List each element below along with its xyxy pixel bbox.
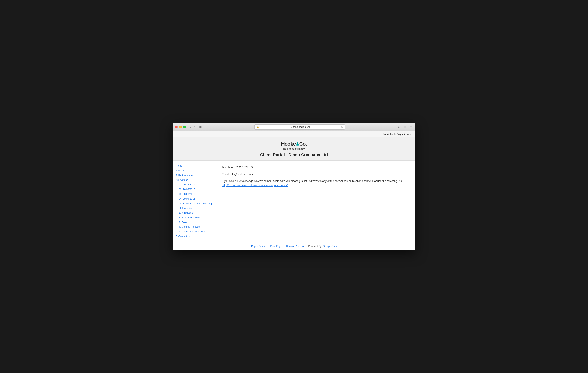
sidebar: Home 1. Plans 2. Performance ▾ 3. Action…: [173, 161, 214, 242]
minimize-button[interactable]: [179, 126, 182, 128]
body-paragraph: If you would like to change how we commu…: [222, 179, 408, 187]
body-text: If you would like to change how we commu…: [222, 180, 403, 182]
sidebar-item-fees[interactable]: 3. Fees: [176, 220, 214, 225]
sidebar-item-actions[interactable]: 3. Actions: [177, 178, 188, 182]
sidebar-item-home[interactable]: Home: [176, 163, 214, 168]
back-button[interactable]: ‹: [189, 125, 192, 129]
address-bar[interactable]: 🔒 sites.google.com ↻: [254, 124, 346, 130]
share-button[interactable]: ⇫: [396, 125, 401, 129]
main-layout: Home 1. Plans 2. Performance ▾ 3. Action…: [173, 161, 415, 242]
maximize-button[interactable]: [183, 126, 186, 128]
report-abuse-link[interactable]: Report Abuse: [251, 245, 266, 248]
lock-icon: 🔒: [256, 126, 259, 128]
nav-buttons: ‹ ›: [189, 125, 197, 129]
toolbar-right: ⇫ ▭ +: [396, 125, 413, 129]
brand-name-part2: Co.: [299, 141, 307, 147]
footer-sep-2: |: [284, 245, 284, 248]
sidebar-section-actions[interactable]: ▾ 3. Actions: [176, 178, 214, 182]
forward-button[interactable]: ›: [193, 125, 197, 129]
sidebar-item-information[interactable]: 4. Information: [177, 206, 192, 211]
user-email-text: francishooke@gmail.com: [383, 133, 411, 136]
brand-name: Hooke&Co.: [173, 141, 415, 147]
remove-access-link[interactable]: Remove Access: [286, 245, 304, 248]
telephone-line: Telephone: 01438 879 462: [222, 165, 408, 169]
title-bar: ‹ › ◫ 🔒 sites.google.com ↻ ⇫ ▭ +: [173, 123, 415, 131]
close-button[interactable]: [175, 126, 178, 128]
sidebar-item-action-2[interactable]: 02. 26/02/2016: [176, 187, 214, 192]
email-line: Email: info@hookeco.com: [222, 172, 408, 176]
communication-preferences-link[interactable]: http://hookeco.com/update-communication-…: [222, 184, 288, 187]
site-footer: Report Abuse | Print Page | Remove Acces…: [173, 242, 415, 250]
sidebar-item-terms[interactable]: 5. Terms and Conditions: [176, 229, 214, 234]
site-header: Hooke&Co. Business Strategy Client Porta…: [173, 137, 415, 161]
brand-name-part1: Hooke: [281, 141, 296, 147]
footer-sep-1: |: [268, 245, 268, 248]
user-dropdown-arrow: ▾: [411, 133, 412, 135]
sidebar-item-contact[interactable]: 5. Contact Us: [176, 234, 214, 239]
footer-sep-3: |: [305, 245, 306, 248]
sidebar-toggle-button[interactable]: ◫: [198, 125, 203, 129]
powered-by-text: Powered By: [308, 245, 321, 248]
sidebar-item-introduction[interactable]: 1. Introduction: [176, 211, 214, 215]
mac-window: ‹ › ◫ 🔒 sites.google.com ↻ ⇫ ▭ + francis…: [173, 123, 415, 250]
sidebar-item-action-5[interactable]: 05. 31/05/2016 - Next Meeting: [176, 201, 214, 206]
sidebar-item-plans[interactable]: 1. Plans: [176, 168, 214, 173]
reload-button[interactable]: ↻: [341, 125, 343, 129]
sidebar-item-action-1[interactable]: 01. 09/12/2015: [176, 182, 214, 187]
sidebar-nav: Home 1. Plans 2. Performance ▾ 3. Action…: [176, 163, 214, 239]
new-tab-button[interactable]: ▭: [403, 125, 408, 129]
sidebar-item-monthly-process[interactable]: 4. Monthly Process: [176, 225, 214, 229]
sidebar-section-information[interactable]: ▾ 4. Information: [176, 206, 214, 211]
information-arrow-icon: ▾: [176, 207, 177, 209]
user-email-container[interactable]: francishooke@gmail.com ▾: [383, 133, 412, 136]
print-page-link[interactable]: Print Page: [270, 245, 282, 248]
user-bar: francishooke@gmail.com ▾: [173, 131, 415, 137]
brand-tagline: Business Strategy: [173, 147, 415, 150]
address-bar-container: 🔒 sites.google.com ↻: [211, 124, 389, 130]
url-text: sites.google.com: [260, 125, 341, 128]
brand-ampersand: &: [296, 141, 299, 147]
actions-arrow-icon: ▾: [176, 179, 177, 181]
google-sites-link[interactable]: Google Sites: [323, 245, 337, 248]
add-tab-button[interactable]: +: [409, 125, 413, 129]
traffic-lights: [175, 126, 186, 128]
sidebar-item-performance[interactable]: 2. Performance: [176, 173, 214, 178]
sidebar-item-service-features[interactable]: 2. Service Features: [176, 215, 214, 220]
page-title: Client Portal - Demo Company Ltd: [173, 152, 415, 157]
sidebar-item-action-4[interactable]: 04. 29/04/2016: [176, 197, 214, 201]
content-area: Telephone: 01438 879 462 Email: info@hoo…: [214, 161, 415, 242]
sidebar-item-action-3[interactable]: 03. 23/03/2016: [176, 192, 214, 197]
